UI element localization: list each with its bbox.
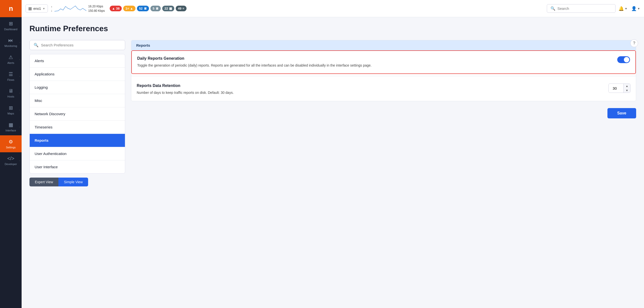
sidebar-item-label: Maps xyxy=(8,112,14,115)
hosts-icon: 🖥 xyxy=(8,88,13,94)
menu-item-user-authentication[interactable]: User Authentication xyxy=(30,147,125,160)
global-search-box[interactable]: 🔍 xyxy=(547,4,616,13)
menu-item-applications[interactable]: Applications xyxy=(30,68,125,81)
sidebar-item-label: Settings xyxy=(6,146,16,149)
sidebar-item-label: Developer xyxy=(5,163,17,166)
daily-reports-toggle[interactable] xyxy=(617,56,630,63)
developer-icon: </> xyxy=(7,156,14,161)
number-spinners: ▲ ▼ xyxy=(624,84,630,93)
sidebar-item-interface[interactable]: ▦ Interface › xyxy=(0,118,22,135)
menu-item-user-interface[interactable]: User Interface xyxy=(30,160,125,173)
badge-alerts-red[interactable]: ▲ 38 xyxy=(110,6,122,11)
chevron-right-icon: › xyxy=(20,159,20,162)
toggle-slider xyxy=(617,56,630,63)
menu-item-logging[interactable]: Logging xyxy=(30,81,125,94)
sidebar-item-settings[interactable]: ⚙ Settings xyxy=(0,135,22,152)
menu-item-misc[interactable]: Misc xyxy=(30,94,125,107)
spinner-up-button[interactable]: ▲ xyxy=(624,84,630,88)
data-retention-text: Reports Data Retention Number of days to… xyxy=(137,84,602,95)
chevron-right-icon: › xyxy=(20,75,20,78)
simple-view-button[interactable]: Simple View xyxy=(58,178,88,186)
chevron-right-icon: › xyxy=(20,41,20,44)
spinner-down-button[interactable]: ▼ xyxy=(624,88,630,93)
traffic-chart xyxy=(54,4,86,13)
badge-server-dark[interactable]: 22 ▦ xyxy=(162,6,174,11)
daily-reports-text: Daily Reports Generation Toggle the gene… xyxy=(137,56,611,68)
dashboard-icon: ⊞ xyxy=(9,21,13,27)
badge-alerts-yellow[interactable]: 1≡ ▲ xyxy=(123,6,135,11)
server-icon: ▦ xyxy=(169,7,172,10)
badge-list-darker[interactable]: 49 ≡ xyxy=(176,6,186,11)
sidebar-item-maps[interactable]: ⊞ Maps › xyxy=(0,101,22,118)
badge-count: 22 xyxy=(164,7,168,10)
daily-reports-title: Daily Reports Generation xyxy=(137,56,611,61)
section-divider xyxy=(131,76,636,76)
badge-count: 5 xyxy=(153,7,154,10)
search-icon: 🔍 xyxy=(34,43,38,47)
screen-icon: 🖥 xyxy=(155,7,158,10)
menu-item-network-discovery[interactable]: Network Discovery xyxy=(30,107,125,121)
topbar: ▦ eno1 ▼ ↑ ↓ 16.20 Kbps 150.80 Kbps ▲ 38 xyxy=(22,0,644,17)
search-preferences-input[interactable] xyxy=(41,43,121,47)
flows-icon: ☰ xyxy=(8,71,13,77)
sidebar-item-hosts[interactable]: 🖥 Hosts › xyxy=(0,85,22,101)
data-retention-item: Reports Data Retention Number of days to… xyxy=(131,78,636,101)
sidebar-item-label: Interface xyxy=(6,129,16,132)
sidebar-item-alerts[interactable]: ⚠ Alerts › xyxy=(0,51,22,68)
view-buttons: Expert View Simple View xyxy=(30,178,125,186)
reports-section-card: Reports Daily Reports Generation Toggle … xyxy=(131,40,636,101)
badge-label: 1≡ ▲ xyxy=(126,7,133,10)
interface-selector[interactable]: ▦ eno1 ▼ xyxy=(26,5,48,13)
app-logo[interactable]: n xyxy=(0,0,22,17)
sidebar-item-label: Dashboard xyxy=(4,28,18,31)
sidebar-item-label: Alerts xyxy=(7,61,14,64)
list-icon: ≡ xyxy=(182,7,184,10)
main-area: ▦ eno1 ▼ ↑ ↓ 16.20 Kbps 150.80 Kbps ▲ 38 xyxy=(22,0,644,308)
data-retention-desc: Number of days to keep traffic reports o… xyxy=(137,90,602,95)
data-retention-input[interactable] xyxy=(609,84,624,92)
save-row: Save xyxy=(131,105,636,121)
sidebar-item-label: Monitoring xyxy=(4,45,17,47)
chevron-down-icon: ▼ xyxy=(42,7,45,10)
section-header-reports: Reports xyxy=(131,40,636,50)
daily-reports-desc: Toggle the generation of periodic (daily… xyxy=(137,63,611,68)
content-area: Runtime Preferences ? 🔍 Alerts Applicati… xyxy=(22,17,644,308)
monitoring-icon: ⏭ xyxy=(8,38,13,43)
settings-icon: ⚙ xyxy=(8,139,13,145)
maps-icon: ⊞ xyxy=(9,105,13,111)
screen-icon: 🖥 xyxy=(144,7,147,10)
expert-view-button[interactable]: Expert View xyxy=(30,178,58,186)
menu-item-alerts[interactable]: Alerts xyxy=(30,54,125,68)
sidebar-item-dashboard[interactable]: ⊞ Dashboard xyxy=(0,17,22,34)
badge-screens-gray[interactable]: 5 🖥 xyxy=(150,6,161,11)
search-preferences-box[interactable]: 🔍 xyxy=(30,40,125,50)
sidebar-item-developer[interactable]: </> Developer › xyxy=(0,152,22,169)
user-menu-button[interactable]: 👤 ▼ xyxy=(631,6,640,11)
badge-count: 49 xyxy=(178,7,181,10)
menu-item-reports[interactable]: Reports xyxy=(30,134,125,147)
chevron-right-icon: › xyxy=(20,126,20,128)
topbar-actions: 🔔 ▼ 👤 ▼ xyxy=(618,6,640,11)
server-icon: ▦ xyxy=(28,6,32,11)
page-title: Runtime Preferences xyxy=(30,24,636,33)
help-button[interactable]: ? xyxy=(630,39,638,47)
chevron-right-icon: › xyxy=(20,58,20,61)
right-panel: Reports Daily Reports Generation Toggle … xyxy=(131,40,636,301)
badge-count: 52 xyxy=(139,7,142,10)
content-columns: 🔍 Alerts Applications Logging Misc Netwo… xyxy=(30,40,636,301)
global-search-input[interactable] xyxy=(557,7,611,11)
preferences-menu: Alerts Applications Logging Misc Network… xyxy=(30,54,125,174)
sidebar-item-flows[interactable]: ☰ Flows › xyxy=(0,68,22,85)
save-button[interactable]: Save xyxy=(608,108,636,118)
notifications-button[interactable]: 🔔 ▼ xyxy=(618,6,627,11)
sidebar-item-label: Hosts xyxy=(7,95,14,98)
left-panel: 🔍 Alerts Applications Logging Misc Netwo… xyxy=(30,40,125,301)
sidebar-item-monitoring[interactable]: ⏭ Monitoring › xyxy=(0,34,22,51)
badge-count: 38 xyxy=(116,7,120,10)
status-badges: ▲ 38 1≡ ▲ 52 🖥 5 🖥 22 ▦ 49 ≡ xyxy=(110,6,186,11)
menu-item-timeseries[interactable]: Timeseries xyxy=(30,121,125,134)
badge-screens-blue[interactable]: 52 🖥 xyxy=(137,6,149,11)
sidebar: n ⊞ Dashboard ⏭ Monitoring › ⚠ Alerts › … xyxy=(0,0,22,308)
chevron-right-icon: › xyxy=(20,92,20,94)
search-icon: 🔍 xyxy=(550,6,556,11)
